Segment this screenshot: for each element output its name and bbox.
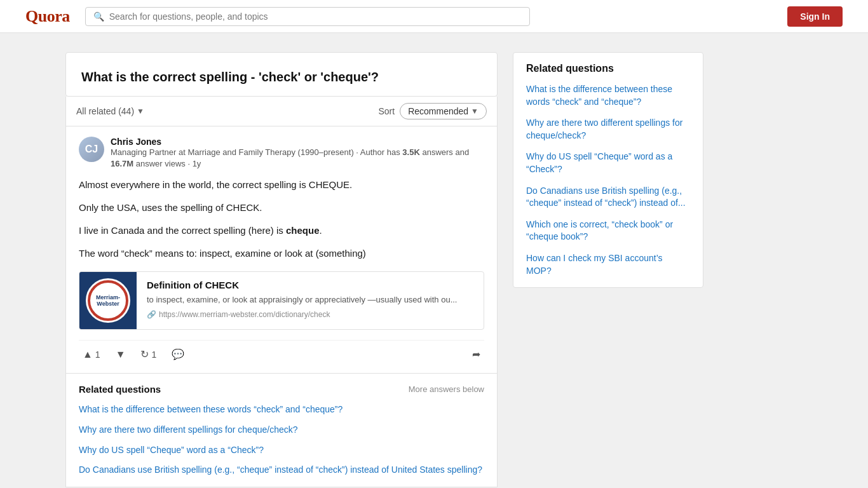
all-related-filter[interactable]: All related (44) ▼ [76, 106, 144, 116]
sidebar-links: What is the difference between these wor… [526, 83, 690, 277]
reshare-button[interactable]: ↻ 1 [137, 346, 160, 363]
downvote-button[interactable]: ▼ [112, 346, 130, 363]
header: Quora 🔍 Sign In [0, 0, 868, 33]
search-icon: 🔍 [93, 11, 104, 22]
sidebar-link-item[interactable]: Why do US spell “Cheque” word as a “Chec… [526, 151, 690, 175]
sidebar: Related questions What is the difference… [513, 52, 703, 487]
reshare-icon: ↻ [140, 348, 149, 360]
all-related-label: All related (44) [76, 106, 134, 116]
sidebar-link-item[interactable]: How can I check my SBI account’s MOP? [526, 252, 690, 277]
upvote-button[interactable]: ▲ 1 [79, 346, 104, 363]
action-bar: ▲ 1 ▼ ↻ 1 💬 ➦ [79, 340, 484, 365]
share-icon: ➦ [472, 348, 480, 360]
dict-content: Definition of CHECK to inspect, examine,… [137, 272, 484, 329]
upvote-icon: ▲ [83, 349, 93, 360]
sidebar-link-item[interactable]: Which one is correct, “check book” or “c… [526, 219, 690, 243]
share-button[interactable]: ➦ [468, 346, 484, 363]
author-row: CJ Chris Jones Managing Partner at Marri… [79, 137, 484, 170]
sort-area: Sort Recommended ▼ [378, 103, 487, 119]
quora-logo[interactable]: Quora [25, 7, 70, 26]
comment-button[interactable]: 💬 [168, 346, 188, 363]
question-title: What is the correct spelling - 'check' o… [81, 68, 482, 86]
question-box: What is the correct spelling - 'check' o… [65, 52, 498, 97]
page-layout: What is the correct spelling - 'check' o… [53, 52, 815, 487]
related-links-bottom: What is the difference between these wor… [79, 403, 484, 476]
comment-icon: 💬 [172, 348, 184, 360]
related-link-item[interactable]: Do Canadians use British spelling (e.g.,… [79, 464, 484, 477]
bold-word: cheque [286, 225, 320, 236]
author-bio-text3: answer views · 1y [136, 159, 201, 168]
author-bio-text2: answers and [422, 147, 469, 157]
answer-para-2: Only the USA, uses the spelling of CHECK… [79, 200, 484, 215]
related-questions-title: Related questions [79, 384, 161, 395]
reshare-count: 1 [151, 349, 156, 360]
avatar: CJ [79, 137, 104, 162]
author-views: 16.7M [111, 159, 133, 168]
author-info: Chris Jones Managing Partner at Marriage… [111, 137, 484, 170]
filter-bar: All related (44) ▼ Sort Recommended ▼ [65, 97, 498, 126]
search-bar: 🔍 [85, 7, 530, 26]
sidebar-link-item[interactable]: Why are there two different spellings fo… [526, 117, 690, 142]
upvote-count: 1 [95, 349, 100, 360]
answer-para-3: I live in Canada and the correct spellin… [79, 223, 484, 238]
link-icon: 🔗 [147, 310, 156, 319]
sign-in-button[interactable]: Sign In [787, 6, 843, 27]
sidebar-link-item[interactable]: What is the difference between these wor… [526, 83, 690, 108]
answer-para-4: The word “check” means to: inspect, exam… [79, 246, 484, 261]
author-bio-text: Managing Partner at Marriage and Family … [111, 147, 400, 157]
answer-para-1: Almost everywhere in the world, the corr… [79, 177, 484, 193]
related-box-bottom: Related questions More answers below Wha… [65, 374, 498, 487]
chevron-down-icon: ▼ [137, 107, 144, 116]
related-link-item[interactable]: Why do US spell “Cheque” word as a “Chec… [79, 444, 484, 457]
related-header: Related questions More answers below [79, 384, 484, 395]
answer-body: Almost everywhere in the world, the corr… [79, 177, 484, 261]
downvote-icon: ▼ [116, 349, 126, 360]
sort-label: Sort [378, 106, 395, 116]
more-answers-label: More answers below [409, 384, 484, 394]
related-link-item[interactable]: What is the difference between these wor… [79, 403, 484, 416]
dict-logo-inner: Merriam-Webster [86, 278, 130, 323]
dict-url-text: https://www.merriam-webster.com/dictiona… [159, 310, 330, 319]
recommended-button[interactable]: Recommended ▼ [400, 103, 487, 119]
dict-title: Definition of CHECK [147, 280, 473, 290]
main-content: What is the correct spelling - 'check' o… [65, 52, 498, 487]
dict-logo-text: Merriam-Webster [96, 294, 120, 308]
answer-card: CJ Chris Jones Managing Partner at Marri… [65, 126, 498, 374]
author-stats: 3.5K [402, 147, 419, 157]
related-link-item[interactable]: Why are there two different spellings fo… [79, 424, 484, 437]
recommended-label: Recommended [408, 106, 468, 116]
author-bio: Managing Partner at Marriage and Family … [111, 147, 484, 170]
sidebar-related-title: Related questions [526, 63, 690, 74]
chevron-down-icon: ▼ [471, 107, 478, 116]
dict-url: 🔗 https://www.merriam-webster.com/dictio… [147, 310, 473, 319]
sidebar-link-item[interactable]: Do Canadians use British spelling (e.g.,… [526, 185, 690, 210]
sidebar-box: Related questions What is the difference… [513, 52, 703, 288]
avatar-image: CJ [79, 137, 104, 162]
dict-logo: Merriam-Webster [79, 272, 137, 329]
search-input[interactable] [109, 11, 522, 22]
dictionary-card[interactable]: Merriam-Webster Definition of CHECK to i… [79, 271, 484, 330]
author-name[interactable]: Chris Jones [111, 137, 484, 147]
dict-description: to inspect, examine, or look at appraisi… [147, 294, 473, 306]
